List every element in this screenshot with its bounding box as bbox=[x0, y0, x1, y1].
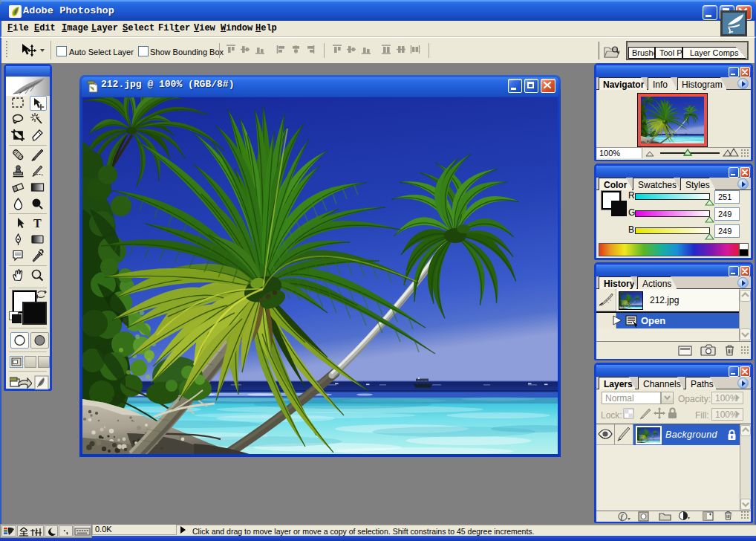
svg-text:T: T bbox=[33, 217, 42, 230]
svg-text:f: f bbox=[620, 513, 624, 521]
